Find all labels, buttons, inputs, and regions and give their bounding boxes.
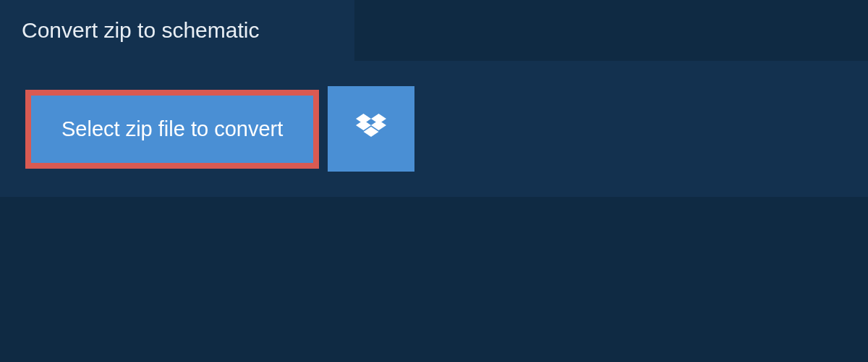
upload-panel: Select zip file to convert: [0, 61, 868, 197]
dropbox-icon: [356, 114, 386, 144]
select-file-label: Select zip file to convert: [61, 117, 283, 141]
dropbox-button[interactable]: [328, 86, 414, 172]
header-bar: Convert zip to schematic: [0, 0, 354, 61]
select-file-button[interactable]: Select zip file to convert: [25, 90, 319, 169]
page-title: Convert zip to schematic: [22, 18, 333, 43]
